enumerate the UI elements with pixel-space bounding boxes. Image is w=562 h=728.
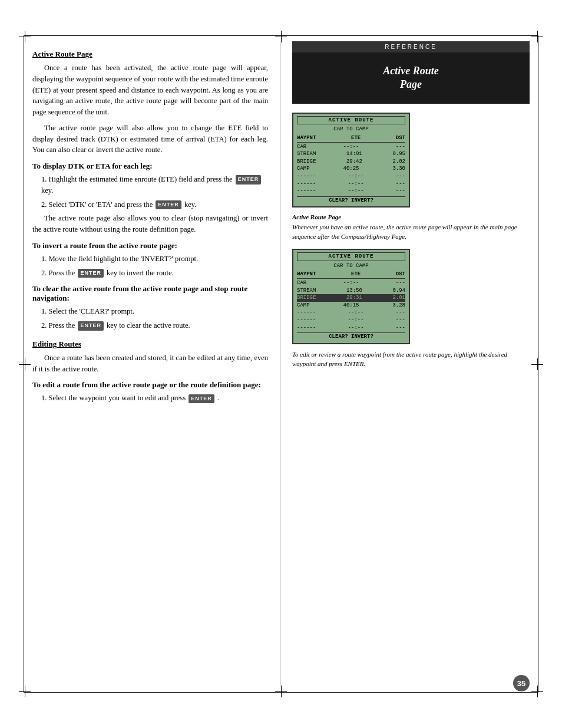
heading-clear: To clear the active route from the activ… bbox=[32, 284, 268, 303]
heading-dtk-eta: To display DTK or ETA for each leg: bbox=[32, 162, 268, 171]
section-dtk-eta: To display DTK or ETA for each leg: 1. H… bbox=[32, 162, 268, 235]
screen1-row-3: CAMP40:253.30 bbox=[297, 165, 405, 173]
gps-screen-1: ACTIVE ROUTE CAR TO CAMP WAYPNT ETE DST … bbox=[292, 113, 410, 208]
reference-header: REFERENCE bbox=[292, 41, 530, 52]
enter-key-4: ENTER bbox=[78, 321, 104, 331]
screen1-row-5: --------:----- bbox=[297, 180, 405, 188]
screen2-subtitle: CAR TO CAMP bbox=[297, 262, 405, 270]
section-editing-routes: Editing Routes Once a route has been cre… bbox=[32, 340, 268, 375]
screen1-row-0: CAR--:----- bbox=[297, 143, 405, 151]
crosshair-top-center bbox=[275, 31, 287, 42]
page-content: Active Route Page Once a route has been … bbox=[32, 41, 530, 687]
screen1-row-4: --------:----- bbox=[297, 173, 405, 180]
crosshair-top-left bbox=[19, 31, 31, 42]
enter-key-3: ENTER bbox=[78, 269, 104, 278]
screen2-row-0: CAR--:----- bbox=[297, 279, 405, 287]
section-edit-route: To edit a route from the active route pa… bbox=[32, 380, 268, 404]
screen1-row-6: --------:----- bbox=[297, 187, 405, 195]
screen2-row-5: --------:----- bbox=[297, 317, 405, 324]
step-dtk-2: 2. Select 'DTK' or 'ETA' and press the E… bbox=[41, 199, 268, 210]
screen2-row-2: BRIDGE29:312.01 bbox=[297, 294, 405, 302]
step-invert-1: 1. Move the field highlight to the 'INVE… bbox=[41, 253, 268, 265]
screen1-row-1: STREAM14:010.95 bbox=[297, 150, 405, 158]
screen1-header: WAYPNT ETE DST bbox=[297, 134, 405, 143]
screen1-subtitle: CAR TO CAMP bbox=[297, 126, 405, 133]
section-clear: To clear the active route from the activ… bbox=[32, 284, 268, 331]
screen2-title: ACTIVE ROUTE bbox=[297, 252, 405, 261]
para-active-route-2: The active route page will also allow yo… bbox=[32, 123, 268, 156]
sidebar-title-box: Active Route Page bbox=[292, 52, 530, 104]
gps-screen-2: ACTIVE ROUTE CAR TO CAMP WAYPNT ETE DST … bbox=[292, 249, 410, 344]
step-dtk-1: 1. Highlight the estimated time enroute … bbox=[41, 174, 268, 196]
screen1-row-2: BRIDGE29:422.02 bbox=[297, 158, 405, 166]
screen2-row-1: STREAM13:500.94 bbox=[297, 287, 405, 295]
para-editing-routes: Once a route has been created and stored… bbox=[32, 353, 268, 375]
screen2-footer: CLEAR? INVERT? bbox=[297, 332, 405, 341]
screen2-row-3: CAMP40:153.28 bbox=[297, 302, 405, 309]
heading-edit-route: To edit a route from the active route pa… bbox=[32, 380, 268, 390]
heading-active-route-page: Active Route Page bbox=[32, 50, 268, 59]
screen2-header: WAYPNT ETE DST bbox=[297, 271, 405, 279]
enter-key-2: ENTER bbox=[156, 200, 181, 210]
crosshair-mid-left bbox=[19, 358, 31, 370]
heading-invert: To invert a route from the active route … bbox=[32, 241, 268, 251]
screen2-row-6: --------:----- bbox=[297, 324, 405, 332]
screen2-row-4: --------:----- bbox=[297, 309, 405, 317]
step-edit-1: 1. Select the waypoint you want to edit … bbox=[41, 393, 268, 404]
para-active-route-1: Once a route has been activated, the act… bbox=[32, 62, 268, 118]
caption2: To edit or review a route waypoint from … bbox=[292, 350, 530, 369]
section-invert: To invert a route from the active route … bbox=[32, 241, 268, 279]
heading-editing-routes: Editing Routes bbox=[32, 340, 268, 349]
crosshair-bottom-right bbox=[531, 686, 543, 697]
crosshair-bottom-left bbox=[19, 686, 31, 697]
caption1: Whenever you have an active route, the a… bbox=[292, 223, 530, 242]
section-active-route-page: Active Route Page Once a route has been … bbox=[32, 50, 268, 156]
step-clear-2: 2. Press the ENTER key to clear the acti… bbox=[41, 320, 268, 331]
screen1-title: ACTIVE ROUTE bbox=[297, 116, 405, 125]
screen1-footer: CLEAR? INVERT? bbox=[297, 196, 405, 205]
step-clear-1: 1. Select the 'CLEAR?' prompt. bbox=[41, 306, 268, 317]
crosshair-mid-right bbox=[531, 358, 543, 370]
crosshair-bottom-center bbox=[275, 686, 287, 697]
right-column: REFERENCE Active Route Page ACTIVE ROUTE… bbox=[280, 41, 530, 687]
crosshair-top-right bbox=[531, 31, 543, 42]
enter-key-5: ENTER bbox=[189, 394, 214, 404]
left-column: Active Route Page Once a route has been … bbox=[32, 41, 280, 687]
step-invert-2: 2. Press the ENTER key to invert the rou… bbox=[41, 268, 268, 279]
caption1-bold: Active Route Page bbox=[292, 213, 530, 220]
enter-key-1: ENTER bbox=[236, 175, 262, 185]
para-dtk: The active route page also allows you to… bbox=[32, 213, 268, 235]
